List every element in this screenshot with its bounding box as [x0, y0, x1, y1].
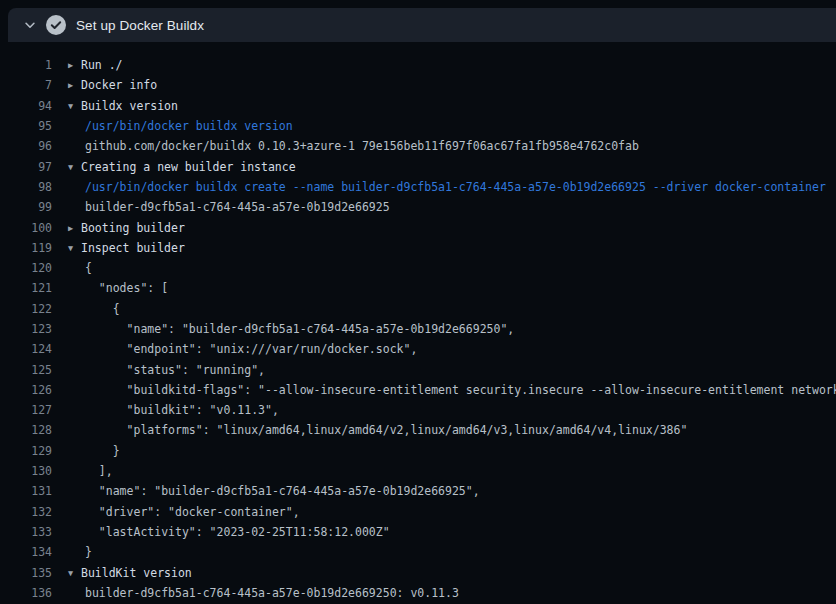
- log-line: 130 ],: [0, 461, 836, 481]
- triangle-down-icon[interactable]: ▼: [68, 101, 81, 111]
- log-line: 120{: [0, 258, 836, 278]
- log-output-text: ],: [85, 464, 113, 478]
- step-header[interactable]: Set up Docker Buildx: [8, 8, 836, 42]
- log-line: 132 "driver": "docker-container",: [0, 502, 836, 522]
- log-output-text: {: [85, 261, 92, 275]
- log-line: 122 {: [0, 299, 836, 319]
- log-line: 98/usr/bin/docker buildx create --name b…: [0, 177, 836, 197]
- log-group-title[interactable]: Inspect builder: [81, 241, 185, 255]
- log-output-text: builder-d9cfb5a1-c764-445a-a57e-0b19d2e6…: [85, 200, 390, 214]
- log-lines: 1▶Run ./7▶Docker info94▼Buildx version95…: [0, 55, 836, 603]
- line-number[interactable]: 125: [0, 363, 52, 377]
- log-line: 126 "buildkitd-flags": "--allow-insecure…: [0, 380, 836, 400]
- triangle-right-icon[interactable]: ▶: [68, 80, 81, 90]
- triangle-down-icon[interactable]: ▼: [68, 568, 81, 578]
- line-number[interactable]: 98: [0, 180, 52, 194]
- line-number[interactable]: 119: [0, 241, 52, 255]
- line-number[interactable]: 120: [0, 261, 52, 275]
- log-output-text: "name": "builder-d9cfb5a1-c764-445a-a57e…: [85, 484, 480, 498]
- line-number[interactable]: 124: [0, 342, 52, 356]
- triangle-down-icon[interactable]: ▼: [68, 243, 81, 253]
- log-output-text: builder-d9cfb5a1-c764-445a-a57e-0b19d2e6…: [85, 586, 459, 600]
- log-line: 133 "lastActivity": "2023-02-25T11:58:12…: [0, 522, 836, 542]
- log-group-row[interactable]: 7▶Docker info: [0, 75, 836, 95]
- log-line: 96github.com/docker/buildx 0.10.3+azure-…: [0, 136, 836, 156]
- line-number[interactable]: 96: [0, 139, 52, 153]
- line-number[interactable]: 97: [0, 160, 52, 174]
- log-output-text: "platforms": "linux/amd64,linux/amd64/v2…: [85, 423, 687, 437]
- triangle-right-icon[interactable]: ▶: [68, 223, 81, 233]
- line-number[interactable]: 129: [0, 444, 52, 458]
- log-area: 1▶Run ./7▶Docker info94▼Buildx version95…: [0, 42, 836, 604]
- log-line: 121 "nodes": [: [0, 278, 836, 298]
- log-output-text: }: [85, 444, 120, 458]
- triangle-down-icon[interactable]: ▼: [68, 162, 81, 172]
- line-number[interactable]: 99: [0, 200, 52, 214]
- line-number[interactable]: 122: [0, 302, 52, 316]
- log-output-text: }: [85, 545, 92, 559]
- log-group-title[interactable]: BuildKit version: [81, 566, 192, 580]
- log-line: 123 "name": "builder-d9cfb5a1-c764-445a-…: [0, 319, 836, 339]
- log-output-text: "name": "builder-d9cfb5a1-c764-445a-a57e…: [85, 322, 514, 336]
- line-number[interactable]: 130: [0, 464, 52, 478]
- line-number[interactable]: 134: [0, 545, 52, 559]
- line-number[interactable]: 136: [0, 586, 52, 600]
- log-group-title[interactable]: Booting builder: [81, 221, 185, 235]
- log-group-title[interactable]: Buildx version: [81, 99, 178, 113]
- line-number[interactable]: 123: [0, 322, 52, 336]
- line-number[interactable]: 133: [0, 525, 52, 539]
- log-output-text: github.com/docker/buildx 0.10.3+azure-1 …: [85, 139, 639, 153]
- log-group-title[interactable]: Run ./: [81, 58, 123, 72]
- line-number[interactable]: 127: [0, 403, 52, 417]
- log-output-text: "buildkit": "v0.11.3",: [85, 403, 279, 417]
- log-output-text: "lastActivity": "2023-02-25T11:58:12.000…: [85, 525, 390, 539]
- log-output-text: {: [85, 302, 120, 316]
- log-group-row[interactable]: 119▼Inspect builder: [0, 238, 836, 258]
- line-number[interactable]: 128: [0, 423, 52, 437]
- chevron-down-icon[interactable]: [22, 17, 38, 33]
- log-group-row[interactable]: 94▼Buildx version: [0, 96, 836, 116]
- log-output-text: "nodes": [: [85, 281, 168, 295]
- log-group-row[interactable]: 1▶Run ./: [0, 55, 836, 75]
- line-number[interactable]: 95: [0, 119, 52, 133]
- line-number[interactable]: 7: [0, 78, 52, 92]
- log-line: 128 "platforms": "linux/amd64,linux/amd6…: [0, 420, 836, 440]
- log-line: 124 "endpoint": "unix:///var/run/docker.…: [0, 339, 836, 359]
- log-group-title[interactable]: Docker info: [81, 78, 157, 92]
- line-number[interactable]: 121: [0, 281, 52, 295]
- log-line: 127 "buildkit": "v0.11.3",: [0, 400, 836, 420]
- line-number[interactable]: 94: [0, 99, 52, 113]
- log-group-row[interactable]: 100▶Booting builder: [0, 217, 836, 237]
- log-line: 99builder-d9cfb5a1-c764-445a-a57e-0b19d2…: [0, 197, 836, 217]
- check-circle-icon: [46, 15, 66, 35]
- log-output-text: "buildkitd-flags": "--allow-insecure-ent…: [85, 383, 836, 397]
- log-line: 134}: [0, 542, 836, 562]
- log-output-text: "status": "running",: [85, 363, 265, 377]
- log-line: 129 }: [0, 441, 836, 461]
- log-group-row[interactable]: 135▼BuildKit version: [0, 562, 836, 582]
- line-number[interactable]: 100: [0, 221, 52, 235]
- line-number[interactable]: 131: [0, 484, 52, 498]
- triangle-right-icon[interactable]: ▶: [68, 60, 81, 70]
- log-output-text: "driver": "docker-container",: [85, 505, 300, 519]
- line-number[interactable]: 132: [0, 505, 52, 519]
- log-output-text: "endpoint": "unix:///var/run/docker.sock…: [85, 342, 417, 356]
- log-line: 95/usr/bin/docker buildx version: [0, 116, 836, 136]
- line-number[interactable]: 135: [0, 566, 52, 580]
- line-number[interactable]: 126: [0, 383, 52, 397]
- log-group-title[interactable]: Creating a new builder instance: [81, 160, 296, 174]
- log-command-text: /usr/bin/docker buildx create --name bui…: [85, 180, 826, 194]
- log-line: 136builder-d9cfb5a1-c764-445a-a57e-0b19d…: [0, 583, 836, 603]
- log-command-text: /usr/bin/docker buildx version: [85, 119, 293, 133]
- log-group-row[interactable]: 97▼Creating a new builder instance: [0, 156, 836, 176]
- line-number[interactable]: 1: [0, 58, 52, 72]
- log-line: 131 "name": "builder-d9cfb5a1-c764-445a-…: [0, 481, 836, 501]
- step-title: Set up Docker Buildx: [76, 18, 204, 33]
- log-line: 125 "status": "running",: [0, 359, 836, 379]
